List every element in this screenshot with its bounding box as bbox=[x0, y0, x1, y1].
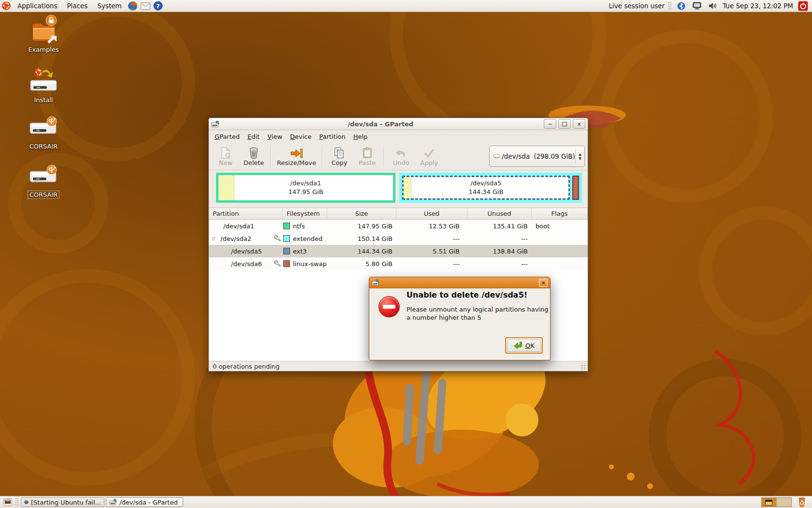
mounted-keys-icon bbox=[274, 235, 282, 243]
used-value: --- bbox=[396, 235, 467, 242]
toolbar-separator bbox=[322, 146, 323, 166]
maximize-button[interactable] bbox=[558, 119, 571, 129]
bluetooth-icon[interactable] bbox=[676, 0, 686, 11]
task-button-terminal[interactable]: [Starting Ubuntu fail... bbox=[21, 497, 104, 507]
device-selector[interactable]: /dev/sda (298.09 GiB) ▲ ▼ bbox=[489, 146, 585, 167]
menu-places[interactable]: Places bbox=[62, 0, 92, 12]
header-flags[interactable]: Flags bbox=[532, 208, 588, 220]
menu-help[interactable]: Help bbox=[349, 132, 372, 142]
task-button-label: [Starting Ubuntu fail... bbox=[31, 499, 101, 506]
mail-launcher-icon[interactable] bbox=[140, 0, 151, 11]
filesystem-color-swatch bbox=[283, 235, 290, 242]
ok-button-label: OK bbox=[525, 342, 535, 349]
install-icon bbox=[28, 67, 59, 95]
resize-move-button[interactable]: Resize/Move bbox=[274, 145, 319, 167]
menu-gparted[interactable]: GParted bbox=[211, 132, 244, 142]
menu-system[interactable]: System bbox=[92, 0, 126, 12]
delete-button[interactable]: Delete bbox=[240, 145, 268, 167]
workspace-1[interactable] bbox=[762, 498, 776, 507]
drive-icon bbox=[30, 80, 57, 90]
visual-partition-sda1[interactable]: /dev/sda1 147.95 GiB bbox=[216, 173, 395, 203]
firefox-launcher-icon[interactable] bbox=[128, 0, 138, 11]
visual-sda1-name: /dev/sda1 bbox=[290, 179, 321, 188]
firefox-icon bbox=[24, 498, 29, 506]
trash-icon bbox=[249, 146, 259, 159]
workspace-switcher bbox=[761, 497, 792, 507]
gparted-app-icon bbox=[109, 499, 117, 506]
visual-partition-extended[interactable]: /dev/sda5 144.34 GiB bbox=[399, 173, 582, 203]
paste-button[interactable]: Paste bbox=[353, 145, 381, 167]
undo-button[interactable]: Undo bbox=[387, 145, 415, 167]
usb-emblem-icon bbox=[47, 165, 57, 175]
filesystem-color-swatch bbox=[283, 248, 290, 254]
header-used[interactable]: Used bbox=[396, 208, 467, 220]
filesystem-color-swatch bbox=[283, 260, 290, 267]
header-size[interactable]: Size bbox=[327, 208, 396, 220]
filesystem-name: extended bbox=[293, 235, 322, 242]
ok-button[interactable]: OK bbox=[505, 337, 543, 354]
display-icon[interactable] bbox=[692, 0, 702, 11]
desktop-icon-install[interactable]: Install bbox=[19, 67, 68, 104]
partition-name: /dev/sda2 bbox=[220, 235, 251, 242]
task-button-label: /dev/sda - GParted bbox=[119, 499, 178, 506]
dialog-titlebar[interactable]: × bbox=[369, 277, 550, 288]
close-button[interactable]: × bbox=[573, 119, 585, 129]
task-button-gparted[interactable]: /dev/sda - GParted bbox=[106, 497, 183, 507]
desktop-icon-label: CORSAIR bbox=[28, 191, 59, 198]
help-launcher-icon[interactable]: ? bbox=[153, 0, 163, 11]
resize-move-icon bbox=[290, 146, 303, 159]
table-row-sda6[interactable]: /dev/sda6 linux-swap 5.80 GiB --- --- bbox=[209, 257, 588, 270]
header-partition[interactable]: Partition bbox=[209, 208, 283, 220]
taskbar: [Starting Ubuntu fail... /dev/sda - GPar… bbox=[0, 496, 812, 508]
error-dialog: × Unable to delete /dev/sda5! Please unm… bbox=[369, 277, 551, 360]
window-title: /dev/sda - GParted bbox=[219, 120, 542, 128]
desktop-icon-examples[interactable]: Examples bbox=[19, 15, 68, 53]
show-desktop-button[interactable] bbox=[1, 497, 14, 508]
visual-sda5-size: 144.34 GiB bbox=[468, 188, 503, 196]
desktop-icon-label: Install bbox=[32, 96, 54, 104]
table-row-sda5-selected[interactable]: /dev/sda5 ext3 144.34 GiB 5.51 GiB 138.8… bbox=[209, 245, 588, 257]
trash-applet-icon[interactable] bbox=[796, 497, 808, 508]
apply-button[interactable]: Apply bbox=[415, 145, 443, 167]
menu-applications[interactable]: Applications bbox=[13, 0, 62, 12]
gparted-statusbar: 0 operations pending bbox=[209, 361, 588, 371]
used-value: --- bbox=[396, 260, 467, 268]
menu-partition[interactable]: Partition bbox=[316, 132, 349, 142]
menu-view[interactable]: View bbox=[263, 132, 286, 142]
table-header: Partition Filesystem Size Used Unused Fl… bbox=[209, 208, 588, 220]
volume-icon[interactable] bbox=[708, 0, 718, 11]
minimize-button[interactable]: − bbox=[544, 119, 556, 129]
size-value: 150.14 GiB bbox=[327, 235, 396, 242]
power-button-icon[interactable] bbox=[798, 0, 808, 11]
filesystem-name: ext3 bbox=[293, 248, 307, 255]
desktop-icon-corsair-2[interactable]: CORSAIR bbox=[19, 164, 68, 198]
tasklist-drag-handle[interactable] bbox=[15, 498, 18, 507]
filesystem-name: ntfs bbox=[293, 223, 305, 230]
apply-check-icon bbox=[424, 146, 435, 159]
header-filesystem[interactable]: Filesystem bbox=[283, 208, 327, 220]
size-value: 5.80 GiB bbox=[327, 260, 396, 268]
new-button[interactable]: New bbox=[212, 145, 240, 167]
dialog-heading: Unable to delete /dev/sda5! bbox=[406, 290, 527, 299]
device-size: (298.09 GiB) bbox=[534, 152, 575, 160]
expander-icon[interactable]: ▽ bbox=[212, 236, 220, 241]
resize-grip[interactable] bbox=[580, 363, 587, 370]
toolbar-separator bbox=[270, 146, 271, 166]
device-spinner[interactable]: ▲ ▼ bbox=[577, 152, 583, 161]
copy-button[interactable]: Copy bbox=[325, 145, 353, 167]
workspace-2[interactable] bbox=[776, 498, 791, 507]
gparted-titlebar[interactable]: /dev/sda - GParted − × bbox=[209, 118, 588, 130]
used-value: 12.53 GiB bbox=[396, 223, 467, 230]
table-row-sda1[interactable]: /dev/sda1 ntfs 147.95 GiB 12.53 GiB 135.… bbox=[209, 220, 588, 232]
menu-device[interactable]: Device bbox=[286, 132, 315, 142]
applet-drag-handle[interactable] bbox=[668, 1, 671, 10]
table-row-sda2[interactable]: ▽ /dev/sda2 extended 150.14 GiB --- --- bbox=[209, 232, 588, 245]
ubuntu-logo-icon[interactable] bbox=[1, 0, 12, 11]
desktop-icon-corsair-1[interactable]: CORSAIR bbox=[19, 116, 68, 150]
header-unused[interactable]: Unused bbox=[467, 208, 532, 220]
dialog-close-button[interactable]: × bbox=[539, 279, 548, 287]
visual-partition-sda6-swap[interactable] bbox=[572, 176, 579, 200]
panel-clock[interactable]: Tue Sep 23, 12:02 PM bbox=[723, 2, 793, 10]
visual-partition-sda5-selected[interactable]: /dev/sda5 144.34 GiB bbox=[402, 176, 570, 200]
menu-edit[interactable]: Edit bbox=[244, 132, 263, 142]
